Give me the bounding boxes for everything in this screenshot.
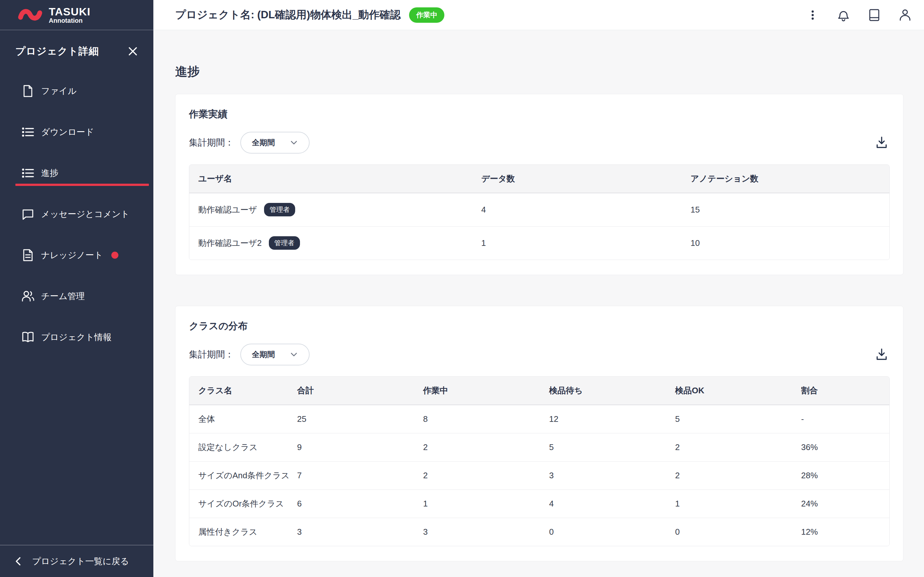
cell-ratio: 12%	[801, 518, 889, 546]
table-row: 動作確認ユーザ2管理者110	[189, 226, 889, 259]
table-row: 属性付きクラス330012%	[189, 518, 889, 546]
note-icon	[21, 248, 35, 262]
period-value: 全期間	[252, 350, 275, 359]
table-row: 全体258125-	[189, 405, 889, 433]
project-title: プロジェクト名: (DL確認用)物体検出_動作確認	[175, 8, 401, 22]
cell-total: 7	[297, 461, 423, 490]
sidebar-item-progress[interactable]: 進捗	[0, 153, 153, 193]
sidebar-item-knowledge-note[interactable]: ナレッジノート	[0, 235, 153, 276]
cell-awaiting-inspection: 4	[549, 490, 675, 518]
cell-class-name: 設定なしクラス	[189, 433, 297, 461]
cell-inspection-ok: 1	[675, 490, 801, 518]
kebab-menu-button[interactable]	[806, 8, 819, 22]
sidebar-item-label: メッセージとコメント	[41, 208, 129, 220]
tasuki-logo-icon	[17, 5, 44, 25]
cell-awaiting-inspection: 12	[549, 405, 675, 433]
period-label: 集計期間：	[189, 348, 234, 361]
work-card-title: 作業実績	[189, 108, 890, 121]
open-book-icon	[21, 330, 35, 344]
cell-annotation-count: 10	[690, 226, 889, 259]
cell-data-count: 4	[481, 193, 690, 226]
manual-button[interactable]	[867, 8, 881, 22]
sidebar-item-label: プロジェクト情報	[41, 332, 111, 343]
col-header: 合計	[297, 377, 423, 405]
work-results-table: ユーザ名 データ数 アノテーション数 動作確認ユーザ管理者415動作確認ユーザ2…	[189, 165, 889, 259]
class-distribution-table: クラス名 合計 作業中 検品待ち 検品OK 割合 全体258125-設定なしクラ…	[189, 377, 889, 546]
class-distribution-card: クラスの分布 集計期間： 全期間	[175, 306, 903, 561]
book-icon	[868, 8, 881, 22]
back-to-projects-button[interactable]: プロジェクト一覧に戻る	[0, 545, 153, 577]
table-row: サイズのAnd条件クラス723228%	[189, 461, 889, 490]
period-dropdown[interactable]: 全期間	[240, 343, 310, 366]
cell-in-progress: 3	[423, 518, 549, 546]
class-card-title: クラスの分布	[189, 319, 890, 333]
table-row: 動作確認ユーザ管理者415	[189, 193, 889, 226]
list-icon	[21, 125, 35, 139]
cell-ratio: 28%	[801, 461, 889, 490]
cell-class-name: サイズのAnd条件クラス	[189, 461, 297, 490]
sidebar-item-download[interactable]: ダウンロード	[0, 111, 153, 153]
cell-class-name: サイズのOr条件クラス	[189, 490, 297, 518]
cell-in-progress: 2	[423, 461, 549, 490]
col-header: データ数	[481, 165, 690, 193]
download-icon	[874, 347, 889, 362]
download-icon	[874, 135, 889, 150]
cell-inspection-ok: 2	[675, 433, 801, 461]
cell-awaiting-inspection: 3	[549, 461, 675, 490]
col-header: 作業中	[423, 377, 549, 405]
cell-class-name: 全体	[189, 405, 297, 433]
cell-annotation-count: 15	[690, 193, 889, 226]
person-icon	[898, 8, 912, 22]
notifications-button[interactable]	[837, 8, 850, 22]
cell-user: 動作確認ユーザ2管理者	[189, 226, 481, 259]
period-value: 全期間	[252, 137, 275, 148]
cell-in-progress: 8	[423, 405, 549, 433]
close-panel-button[interactable]	[126, 45, 139, 58]
status-badge: 作業中	[409, 7, 444, 23]
cell-ratio: 36%	[801, 433, 889, 461]
account-button[interactable]	[898, 8, 912, 22]
cell-class-name: 属性付きクラス	[189, 518, 297, 546]
col-header: クラス名	[189, 377, 297, 405]
cell-user: 動作確認ユーザ管理者	[189, 193, 481, 226]
sidebar-item-project-info[interactable]: プロジェクト情報	[0, 317, 153, 358]
sidebar-item-messages[interactable]: メッセージとコメント	[0, 193, 153, 235]
cell-data-count: 1	[481, 226, 690, 259]
panel-title: プロジェクト詳細	[15, 45, 99, 58]
chevron-left-icon	[13, 556, 23, 566]
logo: TASUKI Annotation	[0, 0, 153, 30]
cell-awaiting-inspection: 0	[549, 518, 675, 546]
col-header: 検品待ち	[549, 377, 675, 405]
sidebar-item-label: ファイル	[41, 85, 77, 97]
sidebar-item-label: ダウンロード	[41, 126, 94, 138]
sidebar-menu: ファイル ダウンロード 進捗 メッセージとコメント	[0, 71, 153, 358]
period-label: 集計期間：	[189, 137, 234, 149]
content: 進捗 作業実績 集計期間： 全期間	[153, 30, 924, 577]
role-badge: 管理者	[269, 236, 300, 250]
col-header: アノテーション数	[690, 165, 889, 193]
sidebar-item-files[interactable]: ファイル	[0, 71, 153, 111]
period-dropdown[interactable]: 全期間	[240, 132, 310, 153]
topbar: プロジェクト名: (DL確認用)物体検出_動作確認 作業中	[153, 0, 924, 30]
table-header-row: ユーザ名 データ数 アノテーション数	[189, 165, 889, 193]
table-header-row: クラス名 合計 作業中 検品待ち 検品OK 割合	[189, 377, 889, 405]
page-title: 進捗	[175, 63, 903, 80]
team-icon	[21, 290, 35, 303]
col-header: ユーザ名	[189, 165, 481, 193]
bell-icon	[837, 8, 850, 22]
work-results-card: 作業実績 集計期間： 全期間 ユーザ名	[175, 94, 903, 275]
sidebar-item-team[interactable]: チーム管理	[0, 276, 153, 317]
sidebar-item-label: チーム管理	[41, 290, 85, 302]
cell-total: 25	[297, 405, 423, 433]
logo-subtitle: Annotation	[49, 17, 90, 24]
cell-total: 3	[297, 518, 423, 546]
user-name: 動作確認ユーザ	[198, 205, 257, 214]
cell-in-progress: 1	[423, 490, 549, 518]
download-csv-button[interactable]	[874, 135, 890, 151]
col-header: 割合	[801, 377, 889, 405]
cell-in-progress: 2	[423, 433, 549, 461]
file-icon	[21, 84, 35, 98]
back-label: プロジェクト一覧に戻る	[32, 556, 129, 567]
chevron-down-icon	[290, 350, 298, 359]
download-csv-button[interactable]	[874, 347, 890, 363]
